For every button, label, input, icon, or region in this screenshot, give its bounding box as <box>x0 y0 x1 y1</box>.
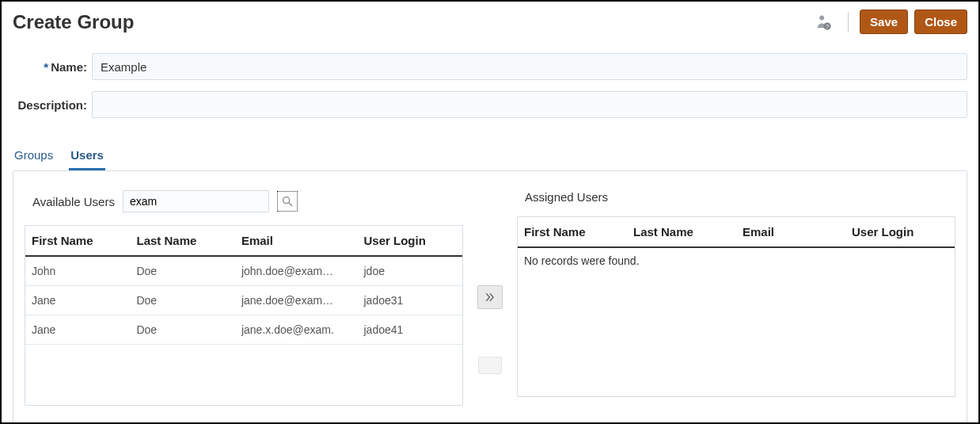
available-users-panel: Available Users First Name Last Name Ema… <box>25 190 463 406</box>
description-label: Description: <box>13 98 92 112</box>
available-users-table: First Name Last Name Email User Login Jo… <box>25 225 463 406</box>
col-user-login[interactable]: User Login <box>845 217 955 247</box>
svg-line-4 <box>289 203 292 206</box>
description-input[interactable] <box>92 91 967 118</box>
table-row[interactable]: Jane Doe jane.x.doe@exam. jadoe41 <box>25 315 462 345</box>
col-email[interactable]: Email <box>736 217 845 247</box>
col-first-name[interactable]: First Name <box>518 217 627 247</box>
available-search-input[interactable] <box>123 190 269 212</box>
form-area: *Name: Description: <box>13 53 967 137</box>
table-header-row: First Name Last Name Email User Login <box>518 217 955 247</box>
assigned-users-table: First Name Last Name Email User Login No… <box>517 216 955 397</box>
header-actions: ? Save Close <box>815 10 967 34</box>
table-row[interactable]: John Doe john.doe@exam… jdoe <box>25 256 462 286</box>
cell-first: John <box>25 256 130 286</box>
name-input[interactable] <box>92 53 967 80</box>
tab-groups[interactable]: Groups <box>13 143 55 170</box>
col-email[interactable]: Email <box>235 226 358 256</box>
cell-first: Jane <box>25 286 130 315</box>
tab-bar: Groups Users <box>13 143 967 170</box>
cell-email: jane.doe@exam… <box>235 286 358 315</box>
table-row[interactable]: Jane Doe jane.doe@exam… jadoe31 <box>25 286 462 315</box>
tab-panel-users: Available Users First Name Last Name Ema… <box>13 170 967 424</box>
page-title: Create Group <box>13 11 134 33</box>
table-header-row: First Name Last Name Email User Login <box>25 226 462 256</box>
col-user-login[interactable]: User Login <box>357 226 462 256</box>
cell-last: Doe <box>130 256 234 286</box>
cell-login: jadoe31 <box>357 286 462 315</box>
cell-first: Jane <box>25 315 130 345</box>
no-records-message: No records were found. <box>518 248 955 273</box>
name-label-text: Name: <box>51 60 87 74</box>
col-last-name[interactable]: Last Name <box>627 217 736 247</box>
move-right-button[interactable] <box>477 285 503 309</box>
divider <box>848 12 849 32</box>
search-icon <box>281 195 294 208</box>
col-first-name[interactable]: First Name <box>25 226 130 256</box>
assigned-users-panel: Assigned Users First Name Last Name Emai… <box>517 190 955 397</box>
save-button[interactable]: Save <box>860 10 908 34</box>
person-help-icon[interactable]: ? <box>815 13 837 31</box>
available-users-title: Available Users <box>32 195 115 208</box>
cell-last: Doe <box>130 315 234 345</box>
svg-point-0 <box>819 15 824 20</box>
svg-point-3 <box>283 197 290 204</box>
cell-login: jadoe41 <box>357 315 462 345</box>
cell-login: jdoe <box>357 256 462 286</box>
tab-users[interactable]: Users <box>69 143 105 170</box>
required-mark: * <box>44 60 48 74</box>
transfer-buttons <box>474 190 506 374</box>
col-last-name[interactable]: Last Name <box>130 226 234 256</box>
cell-email: jane.x.doe@exam. <box>235 315 358 345</box>
cell-last: Doe <box>130 286 234 315</box>
close-button[interactable]: Close <box>914 10 967 34</box>
svg-text:?: ? <box>826 22 829 29</box>
search-button[interactable] <box>277 191 298 212</box>
name-label: *Name: <box>13 60 92 74</box>
cell-email: john.doe@exam… <box>235 256 358 286</box>
chevron-double-right-icon <box>484 292 496 303</box>
assigned-users-title: Assigned Users <box>525 190 608 204</box>
move-left-button[interactable] <box>478 357 502 374</box>
